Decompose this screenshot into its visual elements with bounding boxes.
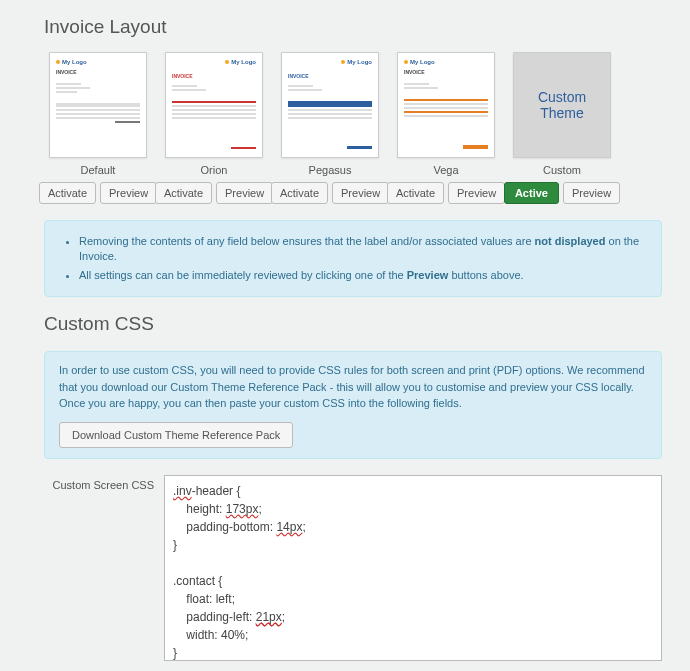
theme-custom-thumb[interactable]: Custom Theme bbox=[513, 52, 611, 158]
theme-orion-thumb[interactable]: My Logo INVOICE bbox=[165, 52, 263, 158]
theme-default: My Logo INVOICE Default Activate bbox=[44, 52, 152, 204]
notice-custom-css: In order to use custom CSS, you will nee… bbox=[44, 351, 662, 459]
activate-button[interactable]: Activate bbox=[387, 182, 444, 204]
theme-vega-thumb[interactable]: My Logo INVOICE bbox=[397, 52, 495, 158]
logo-icon: My Logo bbox=[404, 59, 488, 65]
themes-row: My Logo INVOICE Default Activate bbox=[44, 52, 662, 204]
screen-css-label: Custom Screen CSS bbox=[44, 475, 164, 491]
theme-custom: Custom Theme Custom Active Preview bbox=[508, 52, 616, 204]
theme-pegasus-thumb[interactable]: My Logo INVOICE bbox=[281, 52, 379, 158]
custom-css-heading: Custom CSS bbox=[44, 313, 662, 335]
custom-theme-text: Custom Theme bbox=[520, 89, 604, 121]
activate-button[interactable]: Activate bbox=[39, 182, 96, 204]
active-button[interactable]: Active bbox=[504, 182, 559, 204]
download-reference-pack-button[interactable]: Download Custom Theme Reference Pack bbox=[59, 422, 293, 448]
preview-button[interactable]: Preview bbox=[563, 182, 620, 204]
theme-custom-label: Custom bbox=[508, 164, 616, 176]
preview-button[interactable]: Preview bbox=[448, 182, 505, 204]
preview-button[interactable]: Preview bbox=[100, 182, 157, 204]
theme-vega-label: Vega bbox=[392, 164, 500, 176]
theme-pegasus-label: Pegasus bbox=[276, 164, 384, 176]
custom-css-notice-text: In order to use custom CSS, you will nee… bbox=[59, 362, 647, 412]
preview-button[interactable]: Preview bbox=[332, 182, 389, 204]
theme-pegasus: My Logo INVOICE Pegasus Activate bbox=[276, 52, 384, 204]
logo-icon: My Logo bbox=[225, 59, 256, 65]
activate-button[interactable]: Activate bbox=[155, 182, 212, 204]
theme-orion: My Logo INVOICE Orion bbox=[160, 52, 268, 204]
activate-button[interactable]: Activate bbox=[271, 182, 328, 204]
theme-default-label: Default bbox=[44, 164, 152, 176]
invoice-layout-heading: Invoice Layout bbox=[44, 16, 662, 38]
notice-line-2: All settings can can be immediately revi… bbox=[79, 268, 647, 283]
logo-icon: My Logo bbox=[341, 59, 372, 65]
theme-orion-label: Orion bbox=[160, 164, 268, 176]
preview-button[interactable]: Preview bbox=[216, 182, 273, 204]
theme-vega: My Logo INVOICE Vega A bbox=[392, 52, 500, 204]
screen-css-input[interactable]: .inv-header { height: 173px; padding-bot… bbox=[164, 475, 662, 661]
theme-default-thumb[interactable]: My Logo INVOICE bbox=[49, 52, 147, 158]
notice-invoice-fields: Removing the contents of any field below… bbox=[44, 220, 662, 297]
logo-icon: My Logo bbox=[56, 59, 140, 65]
notice-line-1: Removing the contents of any field below… bbox=[79, 234, 647, 265]
